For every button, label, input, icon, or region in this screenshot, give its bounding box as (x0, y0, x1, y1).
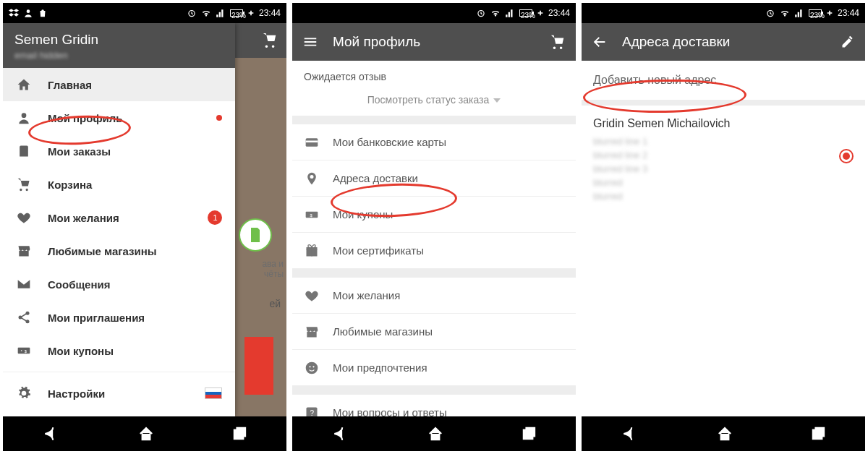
bg-text: ава ичёты (262, 259, 284, 279)
address-name: Gridin Semen Michailovich (593, 117, 854, 130)
sidebar-item-home[interactable]: Главная (3, 68, 235, 101)
mail-icon (16, 276, 32, 292)
row-label: Любимые магазины (333, 325, 564, 338)
svg-rect-12 (306, 140, 318, 142)
nav-recent-icon[interactable] (810, 426, 826, 442)
sidebar-item-coupons[interactable]: $ Мои купоны (3, 334, 235, 367)
address-line: blurred line 1 (593, 136, 854, 147)
cart-icon (16, 176, 32, 192)
store-icon (304, 324, 320, 340)
row-fav-stores[interactable]: Любимые магазины (292, 314, 576, 350)
row-certificates[interactable]: Мои сертификаты (292, 233, 576, 269)
row-label: Мои банковские карты (333, 136, 564, 148)
alarm-icon (187, 8, 197, 18)
address-line: blurred (593, 177, 854, 188)
dropbox-icon (9, 8, 19, 18)
bg-red-banner (244, 337, 273, 395)
nav-home-icon[interactable] (138, 426, 154, 442)
cart-icon[interactable] (550, 34, 566, 50)
row-label: Мои желания (333, 289, 564, 301)
address-card[interactable]: Gridin Semen Michailovich blurred line 1… (582, 106, 865, 216)
drawer-user-name: Semen Gridin (14, 32, 224, 48)
sidebar-item-label: Мой профиль (48, 112, 123, 124)
phone-3: 23% 23:44 Адреса доставки Добавить новый… (582, 3, 865, 451)
signal-icon (794, 8, 804, 18)
edit-icon[interactable] (841, 35, 855, 49)
row-bank-cards[interactable]: Мои банковские карты (292, 124, 576, 160)
drawer-header: Semen Gridin email hidden (3, 23, 235, 68)
sidebar-item-label: Любимые магазины (48, 245, 157, 257)
row-qa[interactable]: ? Мои вопросы и ответы (292, 395, 576, 416)
status-bar: 23% 23:44 (292, 3, 576, 23)
view-order-status[interactable]: Посмотреть статус заказа (292, 87, 576, 116)
battery-icon: 23% (809, 9, 822, 17)
wifi-icon (201, 8, 211, 18)
phone-2: 23% 23:44 Мой профиль Ожидается отзыв По… (292, 3, 576, 451)
svg-point-7 (21, 350, 22, 351)
clipboard-icon (16, 143, 32, 159)
sidebar-item-profile[interactable]: Мой профиль (3, 101, 235, 134)
sidebar-item-stores[interactable]: Любимые магазины (3, 234, 235, 267)
svg-point-2 (22, 113, 27, 118)
nav-drawer: Semen Gridin email hidden Главная Мой пр… (3, 23, 235, 416)
add-new-address[interactable]: Добавить новый адрес (582, 61, 865, 106)
battery-icon: 23% (230, 9, 243, 17)
battery-icon: 23% (519, 9, 532, 17)
nav-back-icon[interactable] (621, 424, 639, 443)
address-line: blurred (593, 191, 854, 202)
row-label: Мои вопросы и ответы (333, 406, 564, 416)
row-label: Адреса доставки (333, 172, 564, 184)
status-bar: 23% 23:44 (582, 3, 865, 23)
nav-back-icon[interactable] (42, 424, 61, 443)
nav-recent-icon[interactable] (521, 426, 537, 442)
selected-radio-icon[interactable] (839, 149, 854, 163)
sidebar-item-label: Мои желания (48, 212, 119, 224)
sidebar-item-label: Мои заказы (48, 145, 111, 158)
nav-home-icon[interactable] (427, 426, 443, 442)
share-icon (16, 309, 32, 325)
drawer-backdrop: ава ичёты ей (235, 23, 286, 416)
sidebar-item-settings[interactable]: Настройки (3, 377, 235, 410)
sidebar-item-invites[interactable]: Мои приглашения (3, 301, 235, 334)
sidebar-item-label: Сообщения (48, 278, 110, 291)
wishlist-badge: 1 (208, 210, 222, 225)
row-coupons[interactable]: $ Мои купоны (292, 197, 576, 233)
android-nav-bar (3, 416, 286, 451)
row-label: Мои сертификаты (333, 244, 564, 257)
location-icon (304, 171, 320, 187)
gear-icon (16, 385, 32, 401)
sidebar-item-messages[interactable]: Сообщения (3, 267, 235, 301)
menu-icon[interactable] (302, 34, 318, 50)
nav-back-icon[interactable] (331, 424, 350, 443)
row-delivery-addresses[interactable]: Адреса доставки (292, 160, 576, 197)
nav-home-icon[interactable] (717, 426, 733, 442)
android-nav-bar (582, 416, 865, 451)
alarm-icon (765, 8, 775, 18)
sidebar-item-orders[interactable]: Мои заказы (3, 134, 235, 168)
card-icon (304, 134, 320, 150)
android-nav-bar (292, 416, 576, 451)
coupon-icon: $ (304, 207, 320, 223)
smile-icon (304, 360, 320, 376)
back-arrow-icon[interactable] (592, 34, 608, 50)
toolbar-title: Мой профиль (333, 34, 535, 50)
svg-text:?: ? (310, 409, 315, 416)
row-wishlist[interactable]: Мои желания (292, 278, 576, 314)
sidebar-item-cart[interactable]: Корзина (3, 168, 235, 201)
pending-review: Ожидается отзыв (292, 61, 576, 87)
toolbar: Адреса доставки (582, 23, 865, 61)
doc-fab[interactable] (239, 218, 272, 252)
row-preferences[interactable]: Мои предпочтения (292, 350, 576, 386)
home-icon (16, 77, 32, 93)
help-icon: ? (304, 405, 320, 417)
nav-recent-icon[interactable] (231, 426, 247, 442)
charge-plus-icon (826, 9, 833, 17)
cart-icon[interactable] (262, 33, 278, 48)
heart-icon (304, 288, 320, 304)
avatar-small-icon (23, 8, 33, 18)
gift-icon (304, 243, 320, 259)
sidebar-item-wishlist[interactable]: Мои желания 1 (3, 201, 235, 234)
address-line: blurred line 3 (593, 163, 854, 174)
alarm-icon (476, 8, 486, 18)
sidebar-item-label: Мои приглашения (48, 312, 145, 324)
